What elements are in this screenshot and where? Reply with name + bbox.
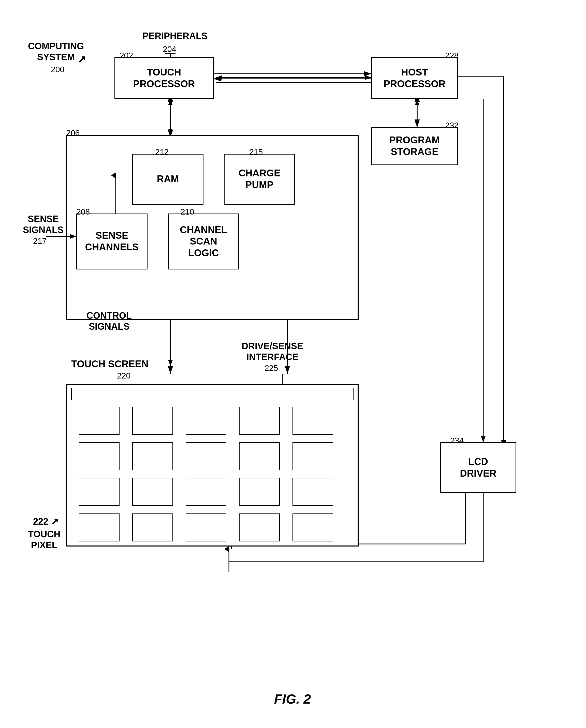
pixel-r4c3: [186, 514, 226, 541]
touch-processor-ref: 202: [120, 51, 133, 60]
pixel-r2c2: [132, 442, 173, 470]
pixel-r3c1: [79, 478, 120, 506]
touch-screen-label: TOUCH SCREEN: [71, 358, 148, 370]
pixel-r3c4: [239, 478, 280, 506]
drive-sense-interface-label: DRIVE/SENSEINTERFACE: [242, 341, 303, 362]
pixel-r4c1: [79, 514, 120, 541]
pixel-r4c5: [292, 514, 333, 541]
computing-system-label: COMPUTINGSYSTEM: [28, 41, 84, 62]
pixel-r4c4: [239, 514, 280, 541]
pixel-r1c3: [186, 407, 226, 435]
pixel-r3c2: [132, 478, 173, 506]
lcd-driver-box: LCDDRIVER: [440, 442, 516, 493]
computing-system-arrow: ↗: [78, 53, 86, 65]
program-storage-box: PROGRAMSTORAGE: [371, 127, 458, 165]
pixel-r2c4: [239, 442, 280, 470]
peripherals-ref: 204: [163, 45, 176, 54]
touch-processor-box: TOUCHPROCESSOR: [115, 57, 214, 99]
pixel-r2c5: [292, 442, 333, 470]
charge-pump-box: CHARGEPUMP: [224, 154, 295, 205]
charge-pump-ref: 215: [249, 148, 263, 157]
channel-scan-logic-box: CHANNELSCANLOGIC: [168, 213, 239, 269]
figure-label: FIG. 2: [274, 692, 311, 707]
host-processor-box: HOSTPROCESSOR: [371, 57, 458, 99]
pixel-r2c1: [79, 442, 120, 470]
pixel-r3c5: [292, 478, 333, 506]
control-signals-label: CONTROLSIGNALS: [87, 310, 132, 332]
pixel-r4c2: [132, 514, 173, 541]
ram-box: RAM: [132, 154, 203, 205]
outer-box-ref: 206: [66, 128, 80, 138]
sense-channels-ref: 208: [76, 207, 90, 216]
host-processor-ref: 228: [445, 51, 459, 60]
channel-scan-logic-ref: 210: [180, 207, 194, 216]
pixel-r3c3: [186, 478, 226, 506]
touch-pixel-label: 222 ↗: [33, 516, 58, 527]
computing-system-ref: 200: [51, 65, 64, 74]
program-storage-ref: 232: [445, 121, 459, 130]
peripherals-label: PERIPHERALS: [142, 30, 207, 42]
lcd-driver-ref: 234: [450, 436, 464, 445]
touch-screen-ref: 220: [117, 371, 130, 381]
touch-screen-top-bar: [71, 388, 353, 400]
touch-pixel-text: TOUCHPIXEL: [28, 529, 60, 551]
pixel-r1c4: [239, 407, 280, 435]
pixel-r1c5: [292, 407, 333, 435]
ram-ref: 212: [155, 148, 169, 157]
drive-sense-interface-ref: 225: [265, 363, 278, 373]
pixel-r1c1: [79, 407, 120, 435]
sense-channels-box: SENSECHANNELS: [76, 213, 148, 269]
pixel-r1c2: [132, 407, 173, 435]
sense-signals-ref: 217: [33, 236, 47, 246]
pixel-r2c3: [186, 442, 226, 470]
